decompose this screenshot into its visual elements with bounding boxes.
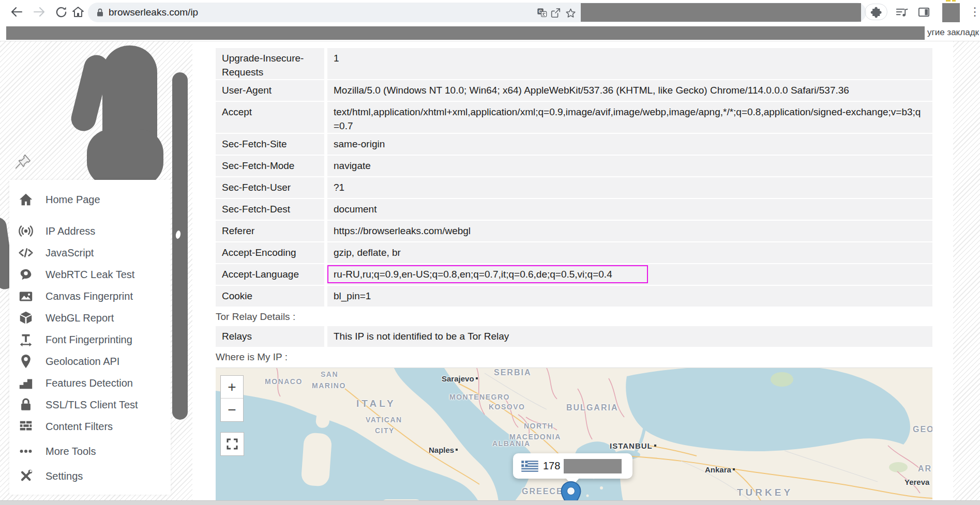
header-row-user-agent: User-Agent Mozilla/5.0 (Windows NT 10.0;…	[216, 80, 932, 101]
share-icon[interactable]	[549, 7, 562, 19]
city-dot	[654, 445, 656, 447]
ellipsis-icon	[18, 443, 34, 460]
ip-location-popup[interactable]: 178	[513, 453, 632, 479]
header-key: Referer	[216, 221, 324, 241]
map-label: VATICAN	[366, 416, 402, 424]
home-button[interactable]	[70, 4, 86, 20]
menu-button[interactable]: ⋮	[968, 5, 980, 19]
sidebar-item-label: Home Page	[46, 194, 100, 206]
header-row-sec-fetch-mode: Sec-Fetch-Mode navigate	[216, 156, 932, 176]
ip-prefix-text: 178	[543, 460, 560, 472]
sidebar-item-ip-address[interactable]: IP Address	[9, 220, 171, 242]
header-value: document	[327, 199, 932, 220]
pushpin-icon	[16, 153, 34, 175]
tor-relay-heading: Tor Relay Details :	[216, 310, 932, 324]
padlock-icon	[18, 396, 34, 413]
reload-button[interactable]	[53, 4, 69, 20]
sidebar-item-label: Content Filters	[46, 421, 113, 433]
code-icon	[18, 244, 34, 261]
header-key: Accept-Encoding	[216, 242, 324, 263]
sidebar-item-label: WebGL Report	[46, 312, 114, 324]
sidebar-item-geolocation-api[interactable]: Geolocation API	[9, 350, 171, 372]
cube-icon	[18, 310, 34, 326]
translate-icon[interactable]: G	[536, 7, 548, 19]
sidebar-item-features-detection[interactable]: Features Detection	[9, 372, 171, 394]
map-label: SAN	[321, 370, 338, 378]
header-value: This IP is not identified to be a Tor Re…	[327, 326, 932, 347]
map-label: TURKEY	[737, 487, 793, 498]
sidebar-item-canvas-fingerprint[interactable]: Canvas Fingerprint	[9, 285, 171, 307]
sidebar-item-label: WebRTC Leak Test	[46, 269, 134, 281]
back-button[interactable]	[9, 4, 24, 20]
sidebar-item-javascript[interactable]: JavaScript	[9, 242, 171, 264]
header-key: Sec-Fetch-Dest	[216, 199, 324, 220]
header-value: https://browserleaks.com/webgl	[327, 221, 932, 241]
header-row-accept: Accept text/html,application/xhtml+xml,a…	[216, 102, 932, 133]
map-label: NORTH	[524, 422, 553, 430]
bookmarks-bar: угие закладк	[0, 24, 980, 41]
media-controls-icon[interactable]	[895, 5, 908, 19]
extensions-puzzle-icon[interactable]	[869, 5, 883, 19]
steps-icon	[18, 375, 34, 391]
profile-avatar-redacted[interactable]	[942, 3, 960, 22]
reload-icon	[55, 6, 68, 19]
header-key: Sec-Fetch-User	[216, 177, 324, 198]
https-lock-icon	[96, 8, 104, 17]
geolocation-map[interactable]: MONACOSANMARINOSERBIASarajevoMONTENEGROK…	[216, 368, 932, 505]
header-key: Sec-Fetch-Site	[216, 134, 324, 155]
fullscreen-icon	[227, 438, 238, 450]
header-value: ru-RU,ru;q=0.9,en-US;q=0.8,en;q=0.7,it;q…	[327, 264, 932, 285]
accept-language-value: ru-RU,ru;q=0.9,en-US;q=0.8,en;q=0.7,it;q…	[334, 269, 612, 280]
header-row-upgrade-insecure-requests: Upgrade-Insecure-Requests 1	[216, 48, 932, 79]
broadcast-icon	[18, 223, 34, 239]
map-zoom-in-button[interactable]: +	[221, 376, 243, 399]
map-label: MONACO	[265, 377, 303, 386]
map-label: CITY	[375, 426, 395, 435]
map-zoom-out-button[interactable]: −	[221, 399, 243, 421]
sidebar-item-font-fingerprinting[interactable]: Font Fingerprinting	[9, 329, 171, 350]
header-value: same-origin	[327, 134, 932, 155]
header-row-sec-fetch-site: Sec-Fetch-Site same-origin	[216, 134, 932, 155]
header-row-accept-language: Accept-Language ru-RU,ru;q=0.9,en-US;q=0…	[216, 264, 932, 285]
map-label: ALBANIA	[492, 439, 531, 448]
header-row-referer: Referer https://browserleaks.com/webgl	[216, 221, 932, 241]
sidebar-item-more-tools[interactable]: More Tools	[9, 440, 171, 462]
map-label: ISTANBUL	[610, 441, 656, 450]
page-content: Upgrade-Insecure-Requests 1 User-Agent M…	[216, 48, 932, 505]
sidebar-item-label: Features Detection	[46, 377, 133, 389]
sidebar-item-webgl-report[interactable]: WebGL Report	[9, 307, 171, 329]
sidebar-item-label: JavaScript	[46, 247, 94, 259]
other-bookmarks-label[interactable]: угие закладк	[927, 27, 979, 38]
sidebar-item-webrtc-leak-test[interactable]: WebRTC Leak Test	[9, 264, 171, 285]
forward-button[interactable]	[32, 4, 47, 20]
relays-row: Relays This IP is not identified to be a…	[216, 326, 932, 347]
header-value: gzip, deflate, br	[327, 242, 932, 263]
header-value: navigate	[327, 156, 932, 176]
map-fullscreen-button[interactable]	[220, 432, 244, 456]
header-value: bl_pin=1	[327, 286, 932, 307]
sidebar-menu: Home Page IP Address JavaScript WebRTC L…	[9, 180, 171, 495]
map-label: Naples	[429, 446, 458, 454]
home-icon	[71, 5, 85, 19]
back-arrow-icon	[10, 5, 23, 19]
side-panel-icon[interactable]	[917, 5, 930, 19]
header-key: Accept	[216, 102, 324, 133]
browser-window: browserleaks.com/ip G ⋮	[0, 0, 980, 505]
ip-redaction-block	[564, 459, 622, 473]
horizontal-scrollbar[interactable]	[0, 500, 980, 505]
bookmarks-redaction-block	[6, 26, 925, 40]
sidebar-item-label: Font Fingerprinting	[46, 334, 132, 346]
sidebar-item-home-page[interactable]: Home Page	[9, 188, 171, 211]
header-value: text/html,application/xhtml+xml,applicat…	[327, 102, 932, 133]
header-key: Upgrade-Insecure-Requests	[216, 48, 324, 79]
city-dot	[456, 449, 458, 451]
chat-bubble-icon	[18, 266, 34, 283]
bookmark-star-icon[interactable]	[564, 7, 577, 19]
statue-silhouette-column	[172, 72, 188, 420]
header-row-accept-encoding: Accept-Encoding gzip, deflate, br	[216, 242, 932, 263]
address-bar[interactable]: browserleaks.com/ip G	[88, 3, 866, 22]
sidebar-item-settings[interactable]: Settings	[9, 465, 171, 487]
sidebar-item-ssl-tls-client-test[interactable]: SSL/TLS Client Test	[9, 394, 171, 416]
sidebar-item-content-filters[interactable]: Content Filters	[9, 416, 171, 437]
map-pin-icon	[18, 353, 34, 370]
